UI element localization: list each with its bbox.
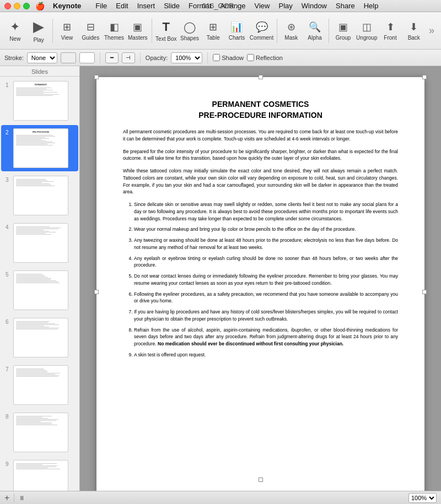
slide-thumb-content-5 — [14, 271, 68, 286]
slide-thumb-7[interactable]: 7 — [1, 362, 78, 408]
toolbar-masters-label: Masters — [128, 35, 148, 41]
slide-thumb-content-8 — [14, 413, 68, 428]
toolbar-shapes[interactable]: ◯ Shapes — [179, 15, 201, 47]
handle-tr[interactable] — [422, 75, 427, 79]
list-item-5: Do not wear contact lenses during or imm… — [134, 273, 398, 287]
slide-thumb-content-1: PERMANENT — [14, 82, 68, 99]
zoom-control: 100% 75% 50% 150% — [408, 493, 437, 503]
list-item-6: Following the eyeliner procedures, as a … — [134, 291, 398, 305]
slide-thumbnail-1: PERMANENT — [13, 81, 68, 121]
slide-thumb-2[interactable]: 2PRE-PROCEDURE — [1, 125, 78, 171]
line-arrow-btn[interactable]: ⊣ — [122, 52, 135, 63]
slide-thumb-6[interactable]: 6 — [1, 315, 78, 361]
list-item-9: A skin test is offered upon request. — [134, 351, 398, 359]
menu-file[interactable]: File — [92, 1, 111, 10]
slide-num-6: 6 — [6, 318, 11, 325]
slide-thumb-8[interactable]: 8 — [1, 409, 78, 456]
toolbar-table[interactable]: ⊞ Table — [202, 15, 224, 47]
slide-thumbnail-6 — [13, 318, 68, 357]
toolbar-charts[interactable]: 📊 Charts — [226, 15, 248, 47]
toolbar-themes-label: Themes — [104, 35, 124, 41]
toolbar-masters[interactable]: ▣ Masters — [127, 15, 148, 47]
slide-thumb-content-6 — [14, 318, 68, 332]
close-button[interactable] — [4, 3, 11, 9]
format-bar: Stroke: None ━ ⊣ Opacity: 100% 90% 80% S… — [0, 50, 441, 66]
slide-num-1: 1 — [6, 81, 11, 88]
traffic-lights — [4, 3, 30, 9]
stroke-color-box2[interactable] — [79, 52, 95, 63]
app-name-menu[interactable]: Keynote — [49, 1, 85, 10]
handle-tl[interactable] — [94, 75, 99, 79]
menu-view[interactable]: View — [251, 1, 274, 10]
comment-icon: 💬 — [256, 21, 268, 33]
slide-num-2: 2 — [6, 128, 11, 136]
slide-thumb-5[interactable]: 5 — [1, 267, 78, 313]
view-icon: ⊞ — [63, 21, 71, 33]
shadow-label[interactable]: Shadow — [213, 54, 244, 61]
slide-thumb-3[interactable]: 3 — [1, 172, 78, 219]
slide-thumb-content-9 — [14, 460, 68, 472]
table-icon: ⊞ — [209, 21, 217, 33]
group-icon: ▣ — [338, 21, 348, 33]
alpha-icon: 🔍 — [309, 21, 321, 33]
slide-body[interactable]: All permanent cosmetic procedures are mu… — [123, 128, 398, 359]
toolbar-group[interactable]: ▣ Group — [332, 15, 354, 47]
stroke-label: Stroke: — [4, 55, 24, 61]
slide-thumb-9[interactable]: 9 — [1, 457, 78, 491]
handle-lm[interactable] — [94, 290, 99, 294]
menu-edit[interactable]: Edit — [112, 1, 132, 10]
reflection-label[interactable]: Reflection — [247, 54, 283, 61]
format-sep-2 — [140, 52, 141, 63]
toolbar-alpha[interactable]: 🔍 Alpha — [304, 15, 326, 47]
stroke-select[interactable]: None — [27, 52, 57, 63]
minimize-button[interactable] — [14, 3, 20, 9]
pause-icon[interactable]: ⏸ — [19, 495, 25, 501]
handle-tm[interactable] — [259, 75, 263, 79]
slide-thumb-content-2: PRE-PROCEDURE — [14, 129, 68, 148]
zoom-select[interactable]: 100% 75% 50% 150% — [408, 493, 437, 503]
menu-help[interactable]: Help — [360, 1, 383, 10]
slide-num-5: 5 — [6, 270, 11, 278]
handle-rm[interactable] — [422, 290, 427, 294]
apple-logo[interactable]: 🍎 — [35, 2, 45, 10]
menu-play[interactable]: Play — [275, 1, 296, 10]
reflection-checkbox[interactable] — [247, 54, 254, 61]
opacity-select[interactable]: 100% 90% 80% — [171, 52, 202, 63]
bottom-sep-1 — [14, 494, 14, 502]
title-dropdown-arrow[interactable]: ▾ — [236, 3, 239, 9]
add-slide-button[interactable]: + — [4, 494, 9, 502]
menu-share[interactable]: Share — [332, 1, 359, 10]
toolbar-back[interactable]: ⬇ Back — [403, 15, 424, 47]
front-icon: ⬆ — [386, 21, 395, 33]
toolbar-mask[interactable]: ⊛ Mask — [281, 15, 302, 47]
toolbar-comment[interactable]: 💬 Comment — [250, 15, 273, 47]
slides-panel-header: Slides — [0, 66, 79, 77]
line-style-btn[interactable]: ━ — [105, 52, 119, 63]
toolbar-mask-label: Mask — [284, 35, 298, 41]
toolbar-ungroup-label: Ungroup — [356, 35, 377, 41]
toolbar-ungroup[interactable]: ◫ Ungroup — [356, 15, 378, 47]
menu-slide[interactable]: Slide — [160, 1, 184, 10]
toolbar-sep-4 — [329, 19, 329, 43]
menu-window[interactable]: Window — [298, 1, 331, 10]
toolbar-front[interactable]: ⬆ Front — [380, 15, 401, 47]
menu-insert[interactable]: Insert — [133, 1, 159, 10]
toolbar-shapes-label: Shapes — [180, 35, 199, 41]
toolbar-view[interactable]: ⊞ View — [56, 15, 78, 47]
canvas-area[interactable]: PERMANENT COSMETICS PRE-PROCEDURE INFORM… — [80, 66, 441, 491]
toolbar-new[interactable]: ✦ New — [4, 15, 26, 47]
stroke-color-box[interactable] — [61, 52, 76, 63]
list-item-2: Wear your normal makeup and bring your l… — [134, 226, 398, 233]
toolbar-themes[interactable]: ◧ Themes — [104, 15, 125, 47]
fullscreen-button[interactable] — [23, 3, 30, 9]
slide-thumb-4[interactable]: 4 — [1, 220, 78, 266]
toolbar-play[interactable]: ▶ Play — [28, 15, 50, 47]
new-icon: ✦ — [10, 20, 20, 34]
toolbar-alpha-label: Alpha — [308, 35, 322, 41]
opacity-label: Opacity: — [146, 55, 168, 61]
slide-thumb-1[interactable]: 1PERMANENT — [1, 78, 78, 124]
toolbar-textbox[interactable]: T Text Box — [155, 15, 177, 47]
shadow-checkbox[interactable] — [213, 54, 220, 61]
toolbar-guides[interactable]: ⊟ Guides — [80, 15, 101, 47]
toolbar-overflow[interactable]: » — [427, 23, 437, 39]
